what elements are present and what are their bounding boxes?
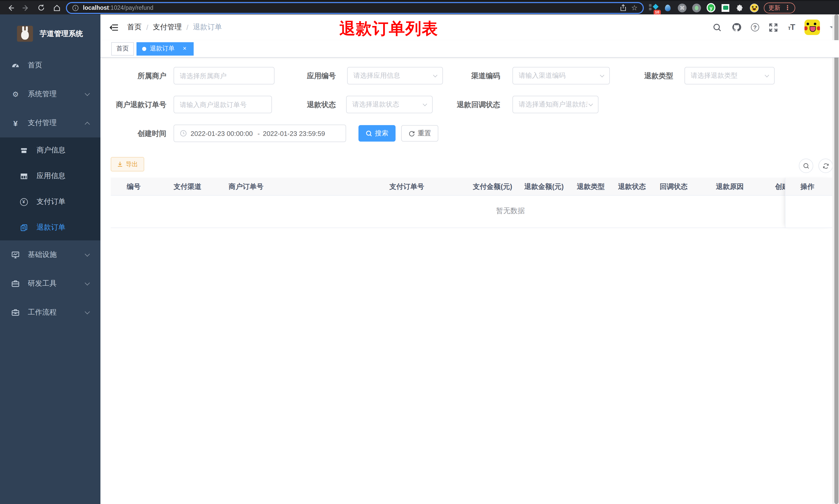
bookmark-star-icon[interactable]: ☆: [631, 4, 638, 11]
browser-menu-icon[interactable]: ⋮: [784, 4, 790, 11]
search-button[interactable]: 搜索: [358, 125, 395, 142]
reload-icon[interactable]: [35, 2, 47, 14]
sidebar-item-devtools[interactable]: 研发工具: [0, 269, 101, 298]
browser-update-button[interactable]: 更新 ⋮: [764, 2, 795, 13]
sidebar-item-refund-order[interactable]: 退款订单: [0, 215, 101, 240]
share-icon[interactable]: [620, 4, 627, 11]
create-time-range-picker[interactable]: 2022-01-23 00:00:00 - 2022-01-23 23:59:5…: [174, 125, 346, 142]
breadcrumb-home[interactable]: 首页: [127, 23, 142, 32]
sidebar-item-home[interactable]: 首页: [0, 51, 101, 80]
refund-status-select[interactable]: 请选择退款状态: [346, 96, 433, 113]
breadcrumb-separator: /: [146, 23, 148, 31]
breadcrumb-separator: /: [186, 23, 189, 31]
select-placeholder: 请选择应用信息: [353, 71, 432, 80]
sidebar-item-label: 基础设施: [28, 250, 86, 259]
chevron-down-icon: [85, 309, 90, 314]
tags-view-bar: 首页 退款订单 ×: [101, 40, 839, 58]
refund-type-select[interactable]: 请选择退款类型: [684, 67, 774, 85]
col-pay-order-no: 支付订单号: [389, 178, 424, 196]
sidebar-item-workflow[interactable]: 工作流程: [0, 298, 101, 327]
extension-grid-icon[interactable]: 10: [649, 3, 658, 12]
channel-select[interactable]: 请输入渠道编码: [513, 67, 610, 85]
sidebar-item-label: 支付订单: [37, 197, 66, 206]
range-start-value[interactable]: 2022-01-23 00:00:00: [191, 129, 254, 137]
col-pay-amount: 支付金额(元): [473, 178, 512, 196]
filter-label-app: 应用编号: [288, 67, 336, 85]
col-callback-status: 回调状态: [660, 178, 688, 196]
extension-recorder-icon[interactable]: [692, 3, 701, 12]
sidebar-item-label: 支付管理: [28, 119, 86, 128]
tab-close-icon[interactable]: ×: [181, 45, 188, 52]
col-create-time: 创建时间: [775, 178, 785, 196]
back-icon[interactable]: [4, 2, 17, 14]
chevron-down-icon: [85, 280, 90, 286]
window-scrollbar[interactable]: [832, 14, 839, 504]
breadcrumb: 首页 / 支付管理 / 退款订单: [127, 23, 222, 32]
site-info-icon[interactable]: [72, 4, 79, 11]
github-icon[interactable]: [732, 23, 741, 32]
sidebar-item-system[interactable]: ⚙ 系统管理: [0, 80, 101, 109]
empty-text: 暂无数据: [496, 206, 525, 216]
yen-circle-icon: ¥: [20, 198, 28, 206]
toolbox-icon: [11, 280, 20, 288]
export-button-label: 导出: [126, 160, 138, 168]
breadcrumb-payment[interactable]: 支付管理: [153, 23, 182, 32]
tab-refund-order[interactable]: 退款订单 ×: [137, 42, 194, 55]
sidebar-item-label: 首页: [28, 61, 92, 70]
sidebar-item-merchant-info[interactable]: 商户信息: [0, 138, 101, 163]
screen: localhost:1024/pay/refund ☆ 10 ⌘ y 更新: [0, 0, 839, 504]
extension-balloon-icon[interactable]: [663, 3, 672, 12]
app-select[interactable]: 请选择应用信息: [347, 67, 443, 85]
reset-button-label: 重置: [418, 129, 431, 138]
select-placeholder: 请选择退款状态: [352, 100, 421, 109]
address-bar[interactable]: localhost:1024/pay/refund ☆: [66, 2, 644, 14]
home-icon[interactable]: [51, 2, 63, 14]
extension-y-icon[interactable]: y: [707, 3, 715, 12]
top-navbar: 首页 / 支付管理 / 退款订单 退款订单列表 ?: [101, 14, 839, 40]
app-logo: [17, 26, 33, 42]
page-content: 所属商户 应用编号 请选择应用信息 渠道编码 请输入渠道编码 退款类型 请选择退…: [101, 58, 839, 504]
extension-chat-icon[interactable]: [721, 3, 730, 12]
reset-button[interactable]: 重置: [401, 125, 438, 142]
search-icon[interactable]: [713, 23, 722, 32]
sidebar-item-label: 应用信息: [37, 172, 66, 181]
app-logo-row[interactable]: 芋道管理系统: [0, 14, 101, 51]
filter-label-create-time: 创建时间: [111, 125, 166, 142]
merchant-select-input[interactable]: [174, 67, 274, 85]
refresh-button[interactable]: [818, 159, 833, 173]
extensions-puzzle-icon[interactable]: [735, 3, 744, 12]
sidebar-item-infra[interactable]: 基础设施: [0, 240, 101, 269]
range-end-value[interactable]: 2022-01-23 23:59:59: [263, 129, 327, 137]
page-title: 退款订单列表: [339, 18, 438, 40]
sidebar-item-label: 商户信息: [37, 146, 66, 155]
callback-status-select[interactable]: 请选择通知商户退款结果的回调状态: [513, 96, 599, 113]
toggle-search-button[interactable]: [799, 159, 813, 173]
sidebar-fold-icon[interactable]: [110, 23, 119, 31]
tab-label: 退款订单: [150, 44, 175, 53]
chevron-down-icon: [600, 73, 604, 77]
sidebar-item-payment[interactable]: ¥ 支付管理: [0, 109, 101, 138]
browser-toolbar: localhost:1024/pay/refund ☆ 10 ⌘ y 更新: [0, 0, 839, 14]
fullscreen-icon[interactable]: [769, 23, 778, 32]
forward-icon[interactable]: [20, 2, 32, 14]
profile-avatar-icon[interactable]: [750, 3, 758, 12]
col-pay-channel: 支付渠道: [174, 178, 201, 196]
tab-home[interactable]: 首页: [111, 42, 134, 55]
sidebar-item-app-info[interactable]: 应用信息: [0, 163, 101, 189]
chevron-down-icon: [85, 91, 90, 96]
filter-label-merchant: 所属商户: [111, 67, 166, 85]
col-refund-type: 退款类型: [577, 178, 605, 196]
sidebar-item-pay-order[interactable]: ¥ 支付订单: [0, 189, 101, 215]
grid-icon: [20, 172, 28, 180]
extension-command-icon[interactable]: ⌘: [678, 3, 686, 12]
export-button[interactable]: 导出: [111, 157, 144, 172]
help-icon[interactable]: ?: [751, 23, 759, 31]
dashboard-icon: [11, 61, 20, 70]
app-title: 芋道管理系统: [40, 29, 83, 38]
font-size-icon[interactable]: тT: [788, 23, 795, 32]
active-dot-icon: [142, 47, 146, 51]
scrollbar-thumb[interactable]: [834, 14, 838, 504]
user-avatar[interactable]: [804, 20, 820, 35]
merchant-refund-no-input[interactable]: [174, 96, 272, 113]
navbar-actions: ? тT: [713, 14, 834, 40]
